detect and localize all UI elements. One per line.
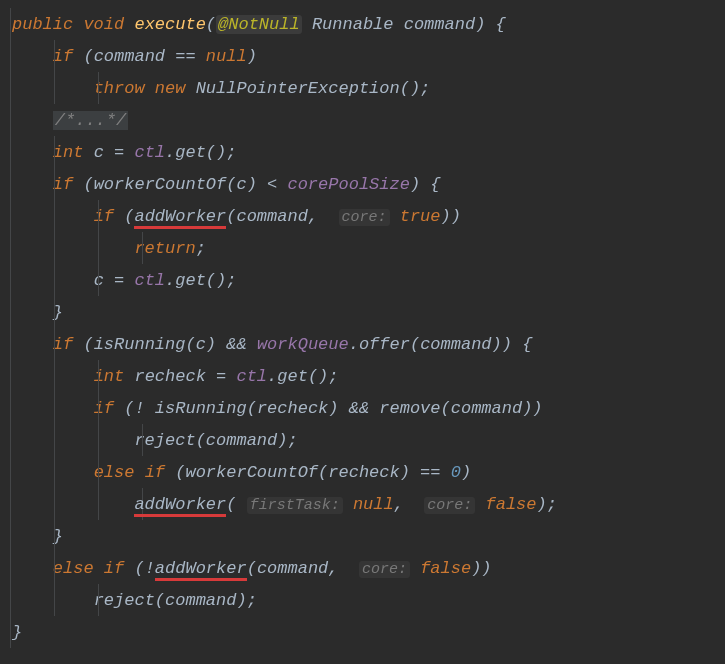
param-hint: core:: [359, 561, 410, 578]
keyword-return: return: [134, 239, 195, 258]
paren: (: [206, 15, 216, 34]
exception-type: NullPointerException: [196, 79, 400, 98]
method-name: execute: [134, 15, 205, 34]
addworker-call: addWorker: [134, 207, 226, 226]
addworker-call: addWorker: [134, 495, 226, 514]
keyword-new: new: [155, 79, 186, 98]
code-line[interactable]: }: [0, 520, 725, 552]
code-line[interactable]: if (workerCountOf(c) < corePoolSize) {: [0, 168, 725, 200]
code-line[interactable]: /*...*/: [0, 104, 725, 136]
code-line[interactable]: public void execute(@NotNull Runnable co…: [0, 8, 725, 40]
field: ctl: [134, 143, 165, 162]
keyword-void: void: [83, 15, 124, 34]
keyword-public: public: [12, 15, 73, 34]
code-line[interactable]: else if (!addWorker(command, core: false…: [0, 552, 725, 584]
keyword-else: else: [94, 463, 135, 482]
code-line[interactable]: c = ctl.get();: [0, 264, 725, 296]
type: Runnable: [312, 15, 394, 34]
code-line[interactable]: int c = ctl.get();: [0, 136, 725, 168]
code-line[interactable]: if (isRunning(c) && workQueue.offer(comm…: [0, 328, 725, 360]
param-hint: core:: [339, 209, 390, 226]
code-line[interactable]: }: [0, 616, 725, 648]
code-line[interactable]: if (addWorker(command, core: true)): [0, 200, 725, 232]
code-line[interactable]: reject(command);: [0, 584, 725, 616]
keyword-if: if: [53, 47, 73, 66]
addworker-call: addWorker: [155, 559, 247, 578]
param-hint: core:: [424, 497, 475, 514]
code-line[interactable]: int recheck = ctl.get();: [0, 360, 725, 392]
code-line[interactable]: else if (workerCountOf(recheck) == 0): [0, 456, 725, 488]
folded-comment[interactable]: /*...*/: [53, 111, 128, 130]
code-line[interactable]: }: [0, 296, 725, 328]
param: command: [404, 15, 475, 34]
param-hint: firstTask:: [247, 497, 343, 514]
code-line[interactable]: if (! isRunning(recheck) && remove(comma…: [0, 392, 725, 424]
keyword-throw: throw: [94, 79, 145, 98]
code-line[interactable]: reject(command);: [0, 424, 725, 456]
code-line[interactable]: throw new NullPointerException();: [0, 72, 725, 104]
code-line[interactable]: if (command == null): [0, 40, 725, 72]
code-line[interactable]: return;: [0, 232, 725, 264]
keyword-int: int: [53, 143, 84, 162]
annotation: @NotNull: [218, 15, 300, 34]
code-line[interactable]: addWorker( firstTask: null, core: false)…: [0, 488, 725, 520]
